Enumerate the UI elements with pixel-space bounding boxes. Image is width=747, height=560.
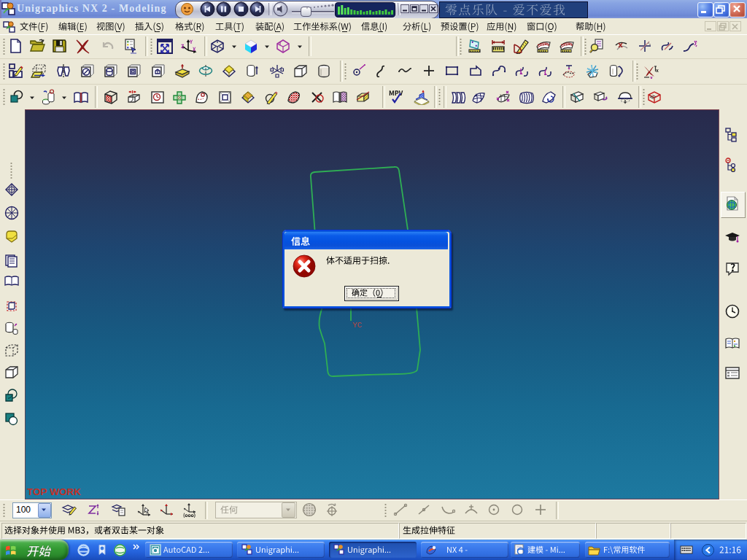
svg-text:TOP WORK: TOP WORK xyxy=(27,486,81,497)
svg-text:YC: YC xyxy=(352,321,363,330)
